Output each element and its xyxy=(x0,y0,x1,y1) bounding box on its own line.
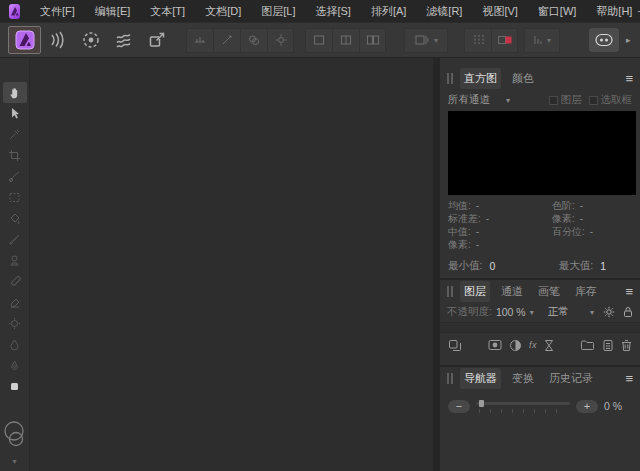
add-layer-icon[interactable] xyxy=(602,339,614,352)
move-tool-button[interactable] xyxy=(3,103,27,124)
channel-dropdown-value: 所有通道 xyxy=(448,93,490,107)
healing-tool-button[interactable] xyxy=(3,271,27,292)
layer-lock-icon[interactable] xyxy=(623,306,633,318)
opacity-value[interactable]: 100 % xyxy=(496,306,526,318)
panel-menu-icon[interactable]: ≡ xyxy=(625,372,633,385)
persona-group xyxy=(8,26,173,54)
blend-mode-dropdown[interactable]: 正常 xyxy=(548,305,569,319)
develop-persona-button[interactable] xyxy=(74,26,107,54)
live-filter-icon[interactable] xyxy=(544,339,554,352)
show-guides-button[interactable] xyxy=(464,28,491,53)
adjustment-layer-icon[interactable] xyxy=(509,339,522,352)
panel-grip-handle[interactable] xyxy=(447,73,453,84)
delete-layer-trash-icon[interactable] xyxy=(621,339,632,352)
liquify-persona-button[interactable] xyxy=(41,26,74,54)
view-mode-mirror-icon xyxy=(366,33,380,47)
menu-window[interactable]: 窗口[W] xyxy=(538,4,577,19)
clone-stamp-tool-button[interactable] xyxy=(3,250,27,271)
photo-persona-button[interactable] xyxy=(8,26,41,54)
view-tool-button[interactable] xyxy=(3,82,27,103)
menu-arrange[interactable]: 排列[A] xyxy=(371,4,406,19)
toolbar-overflow-arrow[interactable]: ▸ xyxy=(626,35,631,45)
edit-all-layers-icon[interactable] xyxy=(448,339,462,352)
dodge-tool-button[interactable] xyxy=(3,313,27,334)
menu-filter[interactable]: 滤镜[R] xyxy=(426,4,462,19)
tab-brushes[interactable]: 画笔 xyxy=(534,281,564,302)
clone-stamp-icon xyxy=(8,254,21,267)
panel-grip-handle[interactable] xyxy=(447,286,453,297)
view-mode-single-button[interactable] xyxy=(305,28,332,53)
menu-select[interactable]: 选择[S] xyxy=(315,4,350,19)
zoom-slider-thumb[interactable] xyxy=(479,400,484,407)
zoom-out-button[interactable]: − xyxy=(448,400,470,413)
crop-tool-button[interactable] xyxy=(3,145,27,166)
color-profile-dropdown[interactable]: ▾ xyxy=(524,28,560,53)
view-mode-split-button[interactable] xyxy=(332,28,359,53)
marquee-tool-button[interactable] xyxy=(3,187,27,208)
menu-text[interactable]: 文本[T] xyxy=(150,4,185,19)
tab-histogram[interactable]: 直方图 xyxy=(460,68,501,89)
blur-tool-button[interactable] xyxy=(3,334,27,355)
app-logo-icon xyxy=(9,4,20,19)
tab-navigator[interactable]: 导航器 xyxy=(460,368,501,389)
assistant-button[interactable] xyxy=(589,28,619,52)
menu-help[interactable]: 帮助[H] xyxy=(596,4,632,19)
menu-layer[interactable]: 图层[L] xyxy=(261,4,295,19)
color-format-button[interactable] xyxy=(491,28,518,53)
layer-effects-fx-icon[interactable]: fx xyxy=(529,340,537,350)
menu-file[interactable]: 文件[F] xyxy=(40,4,75,19)
channel-dropdown[interactable]: 所有通道 ▾ xyxy=(448,93,510,107)
zoom-percentage[interactable]: 0 % xyxy=(604,400,632,412)
panel-menu-icon[interactable]: ≡ xyxy=(625,285,633,298)
auto-colors-button[interactable] xyxy=(240,28,267,53)
tab-color[interactable]: 颜色 xyxy=(508,68,538,89)
layer-checkbox[interactable]: 图层 xyxy=(549,93,582,107)
auto-levels-button[interactable] xyxy=(186,28,213,53)
tab-layers[interactable]: 图层 xyxy=(460,281,490,302)
layers-list-empty[interactable] xyxy=(440,322,640,333)
layer-settings-gear-icon[interactable] xyxy=(603,306,615,318)
tab-stock[interactable]: 库存 xyxy=(571,281,601,302)
chevron-down-icon[interactable]: ▾ xyxy=(590,308,594,317)
layer-checkbox-label: 图层 xyxy=(561,93,582,107)
tools-overflow-chevron[interactable]: ▾ xyxy=(12,457,16,466)
panel-menu-icon[interactable]: ≡ xyxy=(625,72,633,85)
tone-mapping-persona-button[interactable] xyxy=(107,26,140,54)
snapping-preset-dropdown[interactable]: ▾ xyxy=(404,28,448,53)
panel-grip-handle[interactable] xyxy=(447,373,453,384)
develop-persona-icon xyxy=(81,30,101,50)
menu-edit[interactable]: 编辑[E] xyxy=(95,4,130,19)
eraser-tool-button[interactable] xyxy=(3,292,27,313)
menu-document[interactable]: 文档[D] xyxy=(205,4,241,19)
document-canvas[interactable] xyxy=(30,58,433,471)
marquee-checkbox[interactable]: 选取框 xyxy=(589,93,633,107)
flood-select-tool-button[interactable] xyxy=(3,208,27,229)
tab-history[interactable]: 历史记录 xyxy=(545,368,597,389)
selection-brush-tool-button[interactable] xyxy=(3,166,27,187)
auto-contrast-button[interactable] xyxy=(213,28,240,53)
healing-icon xyxy=(8,275,21,288)
pen-tool-button[interactable] xyxy=(3,355,27,376)
view-mode-mirror-button[interactable] xyxy=(359,28,386,53)
tab-channels[interactable]: 通道 xyxy=(497,281,527,302)
max-value[interactable]: 1 xyxy=(600,260,606,272)
chevron-down-icon[interactable]: ▾ xyxy=(530,308,534,317)
mask-layer-icon[interactable] xyxy=(488,339,502,351)
min-value[interactable]: 0 xyxy=(489,260,495,272)
color-selector[interactable] xyxy=(3,419,27,453)
zoom-slider[interactable] xyxy=(476,398,570,414)
auto-levels-icon xyxy=(193,33,207,47)
brush-tool-button[interactable] xyxy=(3,229,27,250)
zoom-in-button[interactable]: + xyxy=(576,400,598,413)
menu-view[interactable]: 视图[V] xyxy=(482,4,517,19)
tab-transform[interactable]: 变换 xyxy=(508,368,538,389)
auto-white-balance-button[interactable] xyxy=(267,28,294,53)
color-profile-group: ▾ xyxy=(524,28,560,53)
color-picker-tool-button[interactable] xyxy=(3,124,27,145)
minimize-button[interactable]: − xyxy=(632,5,640,17)
blur-drop-icon xyxy=(8,338,21,351)
group-layers-icon[interactable] xyxy=(580,339,595,351)
misc-tool-button[interactable] xyxy=(3,376,27,397)
export-persona-button[interactable] xyxy=(140,26,173,54)
zoom-slider-track[interactable] xyxy=(476,402,570,405)
